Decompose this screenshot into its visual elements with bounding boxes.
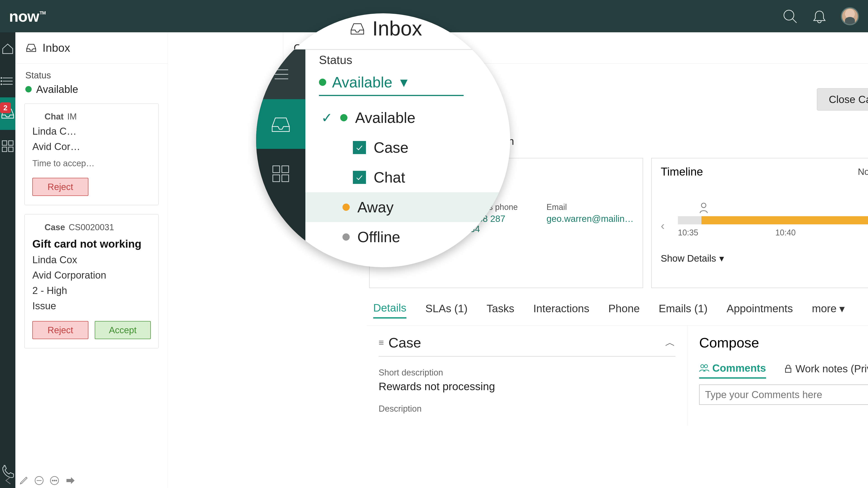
form-pane: ≡ Case ︿ Short description Rewards not p… [367, 326, 687, 425]
document-icon [32, 223, 41, 232]
chat-bubble-icon [32, 112, 41, 121]
reject-button[interactable]: Reject [32, 178, 88, 196]
card-id: IM [67, 112, 76, 122]
reject-button[interactable]: Reject [32, 321, 88, 339]
status-zoom-callout: Inbox [256, 13, 510, 267]
status-option-away[interactable]: Away [305, 192, 510, 222]
status-value[interactable]: Available [25, 83, 158, 95]
arrow-left-icon[interactable] [3, 475, 14, 486]
tab-phone[interactable]: Phone [608, 302, 640, 318]
bell-icon[interactable] [811, 8, 827, 24]
field-label: Short description [379, 368, 675, 378]
people-icon [699, 364, 709, 372]
minus-circle-icon[interactable] [33, 475, 45, 486]
svg-rect-47 [282, 166, 289, 173]
field-label: Description [379, 404, 675, 414]
status-channel-chat[interactable]: Chat [319, 162, 501, 192]
comments-tab[interactable]: Comments [699, 362, 766, 379]
timeline-title: Timeline [661, 165, 703, 178]
svg-point-55 [56, 480, 57, 481]
chevron-up-icon[interactable]: ︿ [665, 336, 675, 350]
svg-point-33 [704, 365, 708, 368]
svg-point-25 [702, 203, 706, 207]
svg-rect-9 [8, 141, 13, 145]
user-avatar[interactable] [841, 7, 859, 25]
inbox-status[interactable]: Status Available [16, 64, 168, 95]
topbar-actions [782, 7, 859, 25]
tab-interactions[interactable]: Interactions [533, 302, 589, 318]
zoom-status-label: Status [319, 53, 501, 67]
svg-line-1 [793, 19, 797, 23]
email-link[interactable]: geo.warren@mailin… [547, 214, 633, 224]
svg-rect-10 [2, 147, 7, 152]
status-option-available[interactable]: ✓Available [319, 103, 501, 133]
status-dropdown[interactable]: Available▾ [319, 73, 464, 96]
tab-details[interactable]: Details [373, 302, 406, 319]
inbox-card-chat[interactable]: Chat IM Linda C… Avid Cor… Time to accep… [24, 103, 159, 205]
inbox-card-case[interactable]: Case CS0020031 Gift card not working Lin… [24, 214, 159, 348]
nav-grid[interactable] [0, 130, 16, 162]
card-line: Avid Cor… [32, 141, 151, 152]
svg-rect-34 [785, 368, 791, 372]
grid-icon [1, 139, 14, 153]
svg-point-53 [52, 480, 53, 481]
inbox-list: Chat IM Linda C… Avid Cor… Time to accep… [16, 95, 168, 357]
show-details-toggle[interactable]: Show Details ▾ [661, 253, 868, 264]
pencil-icon[interactable] [18, 475, 29, 486]
card-time: Time to accep… [32, 159, 151, 168]
dots-circle-icon[interactable] [49, 475, 60, 486]
arrow-right-icon[interactable] [64, 475, 75, 486]
nav-rail: 2 [0, 32, 16, 488]
inbox-panel: Inbox Status Available Chat IM Linda C… … [16, 32, 168, 488]
svg-point-0 [784, 10, 794, 20]
main-area: CS0020030 ocessing Close Case Create Kno… [168, 32, 868, 488]
inbox-icon [25, 42, 37, 54]
svg-rect-48 [273, 175, 280, 182]
card-kind: Chat [44, 112, 64, 122]
editor-footer-icons [3, 475, 75, 486]
card-title: Gift card not working [32, 238, 151, 250]
inbox-header: Inbox [16, 32, 168, 64]
svg-rect-49 [282, 175, 289, 182]
worknotes-tab[interactable]: Work notes (Private) [784, 363, 868, 378]
inbox-title: Inbox [42, 41, 70, 55]
timeline-track[interactable]: ‹ › 10:35 10:40 10:45 [661, 199, 868, 244]
status-label: Status [25, 70, 158, 80]
svg-point-32 [701, 365, 704, 368]
card-line: Linda Cox [32, 254, 151, 265]
tab-more[interactable]: more ▾ [812, 302, 845, 318]
chevron-left-icon[interactable]: ‹ [661, 219, 664, 232]
record-tabs: CS0020030 [168, 32, 868, 64]
zoom-rail-inbox[interactable] [256, 99, 305, 149]
card-line: Linda C… [32, 126, 151, 137]
timeline-card: Timeline Now ‹ › 10:35 [651, 158, 868, 288]
grid-icon [271, 164, 291, 184]
svg-point-5 [1, 77, 2, 78]
tab-slas[interactable]: SLAs (1) [426, 302, 468, 318]
card-line: Avid Corporation [32, 269, 151, 281]
short-description-value[interactable]: Rewards not processing [379, 380, 675, 393]
nav-list[interactable] [0, 65, 16, 97]
inbox-badge: 2 [0, 102, 11, 113]
nav-inbox[interactable]: 2 [0, 97, 16, 130]
tab-tasks[interactable]: Tasks [487, 302, 514, 318]
status-channel-case[interactable]: Case [319, 133, 501, 162]
svg-rect-46 [273, 166, 280, 173]
timeline-now: Now [858, 167, 868, 177]
svg-point-54 [54, 480, 55, 481]
compose-pane: Compose Comments Work notes (Private) [687, 326, 868, 425]
zoom-title: Inbox [372, 17, 422, 40]
nav-home[interactable] [0, 32, 16, 65]
compose-title: Compose [699, 335, 759, 351]
tab-appointments[interactable]: Appointments [726, 302, 793, 318]
comment-input[interactable] [699, 385, 868, 405]
person-icon [699, 203, 708, 216]
close-case-button[interactable]: Close Case [817, 88, 868, 110]
tab-emails[interactable]: Emails (1) [659, 302, 708, 318]
svg-point-6 [1, 80, 2, 82]
search-icon[interactable] [782, 8, 798, 24]
form-section-case[interactable]: ≡ Case ︿ [379, 335, 675, 357]
card-id: CS0020031 [69, 223, 114, 232]
card-kind: Case [44, 223, 65, 232]
accept-button[interactable]: Accept [95, 321, 151, 339]
